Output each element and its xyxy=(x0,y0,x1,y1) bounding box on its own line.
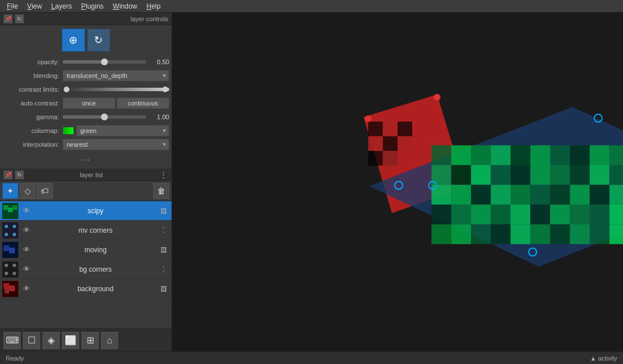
layer-thumbnail-background xyxy=(2,281,18,297)
svg-rect-68 xyxy=(609,185,623,204)
menu-plugins[interactable]: Plugins xyxy=(76,1,108,11)
menu-window[interactable]: Window xyxy=(108,1,142,11)
layer-item-background[interactable]: 👁 background 🖼 xyxy=(0,279,172,299)
opacity-row: opacity: 0.50 xyxy=(2,56,169,68)
svg-rect-83 xyxy=(431,224,451,244)
opacity-slider[interactable] xyxy=(63,60,146,64)
layer-item-bg-corners[interactable]: 👁 bg corners ⁚ xyxy=(0,260,172,279)
menu-layers[interactable]: Layers xyxy=(46,1,76,11)
scipy-type-icon: 🖼 xyxy=(158,205,169,217)
mv-corners-type-icon: ⁚ xyxy=(158,225,169,236)
canvas-svg xyxy=(172,13,623,351)
colormap-dropdown[interactable]: green xyxy=(76,125,169,136)
points-tool-btn[interactable]: ✦ xyxy=(2,183,18,199)
layer-list-pin-icon[interactable]: 📌 xyxy=(3,170,13,179)
layer-list-title: layer list xyxy=(24,171,159,178)
background-visibility-btn[interactable]: 👁 xyxy=(21,283,32,295)
background-layer-name: background xyxy=(33,285,158,293)
autocontrast-continuous-btn[interactable]: continuous xyxy=(116,97,169,109)
autocontrast-once-btn[interactable]: once xyxy=(63,97,115,109)
transform-buttons: ⊕ ↻ xyxy=(2,29,169,52)
pin-icon[interactable]: 📌 xyxy=(3,14,13,24)
status-text: Ready xyxy=(6,355,24,362)
refresh-icon[interactable]: ↻ xyxy=(15,14,24,24)
interpolation-dropdown[interactable]: nearest xyxy=(63,139,169,150)
svg-rect-52 xyxy=(530,165,550,185)
scipy-visibility-btn[interactable]: 👁 xyxy=(21,205,32,217)
colormap-row: colormap: green ▼ xyxy=(2,125,169,136)
menu-help[interactable]: Help xyxy=(142,1,165,11)
rotate-transform-btn[interactable]: ↻ xyxy=(87,29,110,52)
svg-rect-75 xyxy=(511,205,530,224)
gamma-slider[interactable] xyxy=(63,115,146,119)
colormap-preview xyxy=(63,127,74,135)
delete-layer-btn[interactable]: 🗑 xyxy=(153,183,169,199)
svg-rect-42 xyxy=(570,145,589,165)
svg-rect-36 xyxy=(451,145,471,165)
colormap-label: colormap: xyxy=(2,127,63,134)
contrast-slider[interactable] xyxy=(63,88,169,91)
main-layout: 📌 ↻ layer controls ⊕ ↻ opacity: xyxy=(0,13,623,351)
layer-list-menu-btn[interactable]: ⋮ xyxy=(159,170,168,179)
scipy-layer-name: scipy xyxy=(33,207,158,215)
svg-rect-77 xyxy=(550,205,570,224)
canvas-area[interactable] xyxy=(172,13,623,351)
move-transform-btn[interactable]: ⊕ xyxy=(62,29,85,52)
square-btn[interactable]: ☐ xyxy=(23,332,40,349)
svg-point-16 xyxy=(13,272,16,275)
colormap-dropdown-wrapper: green ▼ xyxy=(76,125,169,136)
box-btn[interactable]: ⬜ xyxy=(62,332,79,349)
interpolation-row: interpolation: nearest ▼ xyxy=(2,139,169,150)
svg-rect-50 xyxy=(491,165,511,185)
svg-rect-53 xyxy=(550,165,570,185)
home-btn[interactable]: ⌂ xyxy=(101,332,118,349)
svg-rect-79 xyxy=(590,205,609,224)
svg-rect-87 xyxy=(511,224,530,244)
contrast-row: contrast limits: xyxy=(2,84,169,95)
svg-rect-74 xyxy=(491,205,511,224)
mv-corners-visibility-btn[interactable]: 👁 xyxy=(21,225,32,236)
contrast-thumb-left[interactable] xyxy=(64,87,69,92)
svg-rect-78 xyxy=(570,205,589,224)
labels-tool-btn[interactable]: 🏷 xyxy=(37,183,53,199)
activity-btn[interactable]: ▲ activity xyxy=(590,355,617,362)
bg-corners-layer-name: bg corners xyxy=(33,265,158,273)
svg-rect-48 xyxy=(451,165,471,185)
svg-rect-12 xyxy=(2,261,18,277)
blending-dropdown[interactable]: translucent_no_depth xyxy=(63,70,169,81)
svg-rect-35 xyxy=(431,145,451,165)
menu-file[interactable]: File xyxy=(2,1,22,11)
shapes-tool-btn[interactable]: ◇ xyxy=(20,183,36,199)
gamma-label: gamma: xyxy=(2,113,63,120)
svg-rect-39 xyxy=(511,145,530,165)
opacity-value: 0.50 xyxy=(146,58,169,65)
grid-btn[interactable]: ⊞ xyxy=(81,332,99,349)
interpolation-dropdown-wrapper: nearest ▼ xyxy=(63,139,169,150)
layer-thumbnail-moving xyxy=(2,242,18,258)
svg-rect-20 xyxy=(5,289,9,293)
moving-visibility-btn[interactable]: 👁 xyxy=(21,244,32,256)
console-btn[interactable]: ⌨ xyxy=(3,332,21,349)
svg-rect-85 xyxy=(471,224,490,244)
layer-list-refresh-icon[interactable]: ↻ xyxy=(15,170,24,179)
svg-rect-28 xyxy=(398,136,412,151)
controls-body: ⊕ ↻ opacity: 0.50 blending: trans xyxy=(0,25,172,169)
bg-corners-visibility-btn[interactable]: 👁 xyxy=(21,264,32,275)
svg-rect-90 xyxy=(570,224,589,244)
layer-item-scipy[interactable]: 👁 scipy 🖼 xyxy=(0,201,172,221)
svg-rect-40 xyxy=(530,145,550,165)
svg-rect-19 xyxy=(9,285,15,291)
menu-view[interactable]: View xyxy=(22,1,46,11)
cube-btn[interactable]: ◈ xyxy=(42,332,60,349)
layer-item-mv-corners[interactable]: 👁 mv corners ⁚ xyxy=(0,221,172,240)
svg-rect-89 xyxy=(550,224,570,244)
svg-point-15 xyxy=(5,272,8,275)
blending-row: blending: translucent_no_depth ▼ xyxy=(2,70,169,81)
more-btn[interactable]: ··· xyxy=(81,155,91,164)
svg-rect-67 xyxy=(590,185,609,204)
svg-rect-4 xyxy=(2,222,18,238)
svg-rect-26 xyxy=(368,136,383,151)
autocontrast-label: auto-contrast: xyxy=(2,100,63,107)
contrast-thumb-right[interactable] xyxy=(162,87,168,92)
layer-item-moving[interactable]: 👁 moving 🖼 xyxy=(0,240,172,260)
